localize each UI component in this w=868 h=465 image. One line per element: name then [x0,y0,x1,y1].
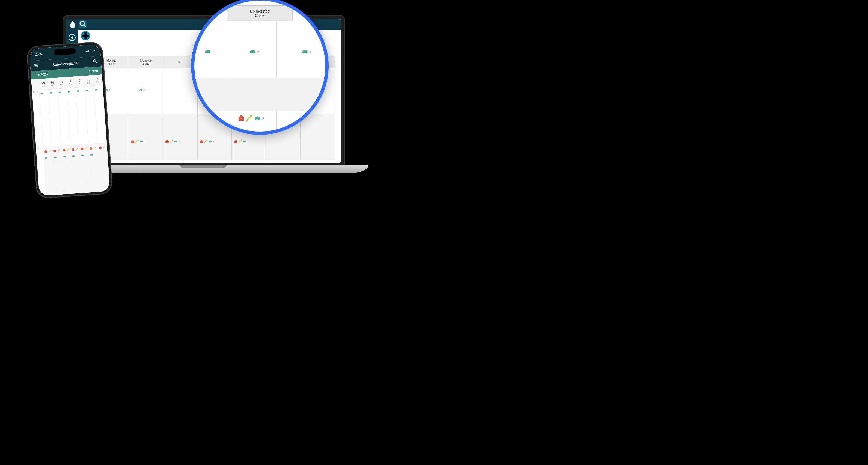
cow-icon[interactable] [85,88,89,93]
cow-icon[interactable] [63,154,66,159]
compass-icon[interactable] [68,34,76,42]
sperm-icon[interactable] [238,140,242,144]
app-title: Selektionsplaner [53,61,79,67]
medkit-icon[interactable] [80,146,84,151]
cow-icon[interactable] [71,153,75,158]
day-header: Donnerstag 01/08 [227,5,292,21]
cow-icon[interactable] [301,49,308,55]
medkit-icon[interactable] [53,148,57,153]
cow-icon[interactable] [254,116,261,121]
sperm-icon[interactable] [66,147,70,153]
sperm-icon[interactable] [135,140,139,144]
magnifier-callout: Donnerstag 01/08 3 3 1 + [191,0,329,135]
sperm-icon[interactable] [57,148,60,153]
month-label: Juli 2024 [35,72,48,77]
cow-icon[interactable] [90,152,93,157]
sperm-icon[interactable] [169,140,173,144]
clock: 12:05 [34,53,42,57]
sperm-icon[interactable] [93,146,97,151]
cow-icon[interactable] [140,140,143,143]
menu-icon[interactable] [34,63,38,68]
medkit-icon[interactable] [71,147,75,152]
phone-calendar-grid[interactable]: 12:10 00:10 [32,85,110,196]
sperm-icon[interactable] [84,146,88,151]
cow-icon[interactable] [81,153,84,158]
cow-icon[interactable] [67,89,71,94]
sperm-icon[interactable] [75,147,79,152]
cow-icon[interactable] [94,87,98,92]
cow-icon[interactable] [54,154,57,160]
medkit-icon[interactable] [62,148,66,153]
cow-icon[interactable] [249,49,256,55]
cow-icon[interactable] [49,90,53,95]
medkit-icon[interactable]: + [199,140,203,144]
sperm-icon[interactable] [246,115,253,123]
phone-mockup: 12:05 ••• ᯤ ▮ Selektionsplaner Juli 2024… [26,41,113,199]
sperm-icon[interactable] [102,145,105,150]
cow-icon[interactable] [44,155,48,160]
add-button[interactable] [81,31,90,40]
medkit-icon[interactable] [98,145,102,150]
medkit-icon[interactable] [89,146,93,151]
cow-icon[interactable] [40,91,43,96]
medkit-icon[interactable] [44,149,48,154]
cow-icon[interactable] [139,88,143,92]
status-icons: ••• ᯤ ▮ [86,49,95,53]
sperm-icon[interactable] [204,140,208,144]
medkit-icon[interactable]: + [238,116,245,122]
today-button[interactable]: Heute [89,69,98,73]
cow-icon[interactable] [174,140,178,143]
medkit-icon[interactable]: + [165,140,169,144]
cow-icon[interactable] [58,90,62,95]
cow-icon[interactable] [204,49,211,55]
sperm-icon[interactable] [48,149,51,154]
medkit-icon[interactable]: + [131,140,134,144]
medkit-icon[interactable]: + [234,140,238,144]
cow-icon[interactable] [208,140,212,143]
cow-icon[interactable] [243,140,246,143]
search-icon[interactable] [79,21,87,28]
search-icon[interactable] [93,59,97,64]
logo-drop-icon [69,21,76,28]
cow-icon[interactable] [76,88,80,93]
